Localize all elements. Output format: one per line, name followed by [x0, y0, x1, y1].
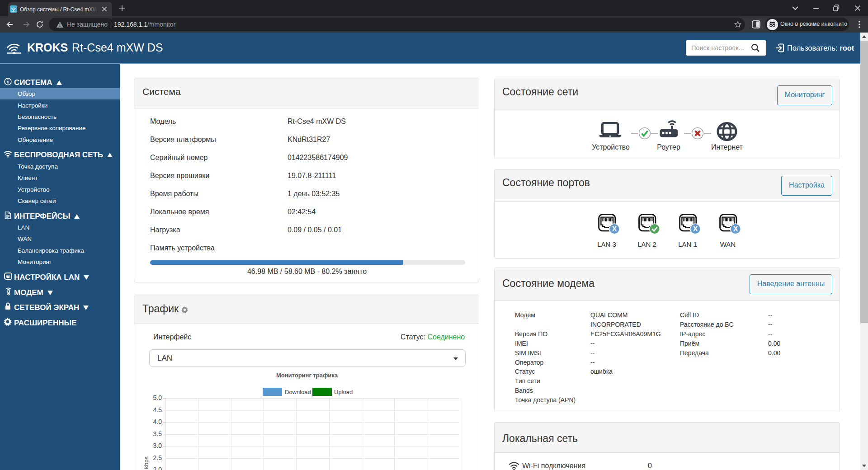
svg-text:X: X: [693, 225, 698, 233]
svg-text:X: X: [612, 225, 617, 233]
svg-text:X: X: [733, 225, 738, 233]
